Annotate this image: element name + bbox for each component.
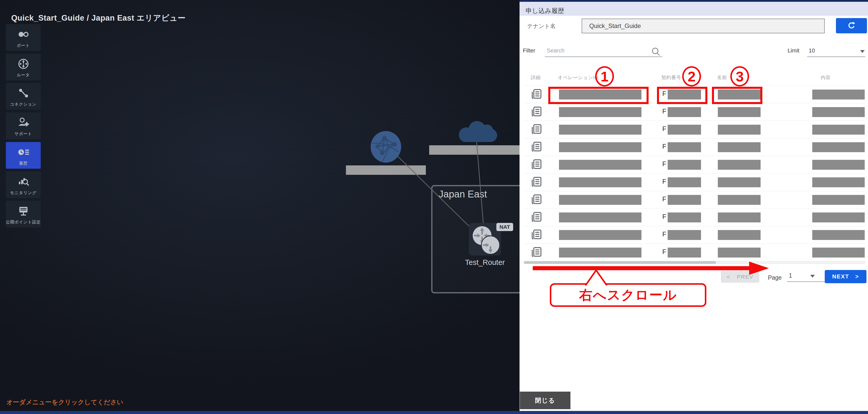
- limit-dropdown-arrow-icon[interactable]: [860, 50, 865, 53]
- limit-select[interactable]: 10: [809, 47, 815, 54]
- refresh-icon: [847, 21, 856, 30]
- application-history-panel: 申し込み履歴 テナント名 Filter Limit 10 詳細 オペレーションI…: [520, 0, 868, 411]
- redacted-contract-number: [668, 107, 701, 117]
- redacted-name: [718, 230, 761, 240]
- redacted-content: [812, 90, 865, 99]
- redacted-content: [812, 230, 865, 240]
- nat-badge: NAT: [496, 223, 513, 231]
- horizontal-scrollbar-thumb[interactable]: [524, 261, 716, 264]
- redacted-operation-id: [559, 230, 642, 240]
- order-menu-hint: オーダメニューをクリックしてください: [6, 398, 123, 406]
- filter-label: Filter: [523, 47, 535, 54]
- detail-icon[interactable]: [530, 176, 543, 188]
- redacted-operation-id: [559, 213, 642, 222]
- history-table-body: F F: [524, 86, 865, 261]
- table-row: F: [524, 244, 865, 261]
- router-label: Test_Router: [458, 258, 512, 267]
- detail-icon[interactable]: [530, 88, 543, 100]
- redacted-operation-id: [559, 248, 642, 257]
- redacted-name: [718, 213, 761, 222]
- prev-chevron-icon: <: [727, 274, 730, 280]
- cloud-icon[interactable]: [455, 115, 499, 142]
- table-row: F: [524, 209, 865, 226]
- redacted-name: [718, 90, 761, 99]
- internet-globe-icon[interactable]: [370, 131, 402, 163]
- contract-number-prefix: F: [662, 143, 666, 150]
- page-select[interactable]: 1: [789, 272, 792, 279]
- contract-number-prefix: F: [662, 178, 666, 185]
- contract-number-prefix: F: [662, 230, 666, 238]
- page-dropdown-arrow-icon[interactable]: [810, 275, 815, 278]
- redacted-content: [812, 177, 865, 187]
- redacted-content: [812, 160, 865, 170]
- panel-title: 申し込み履歴: [526, 7, 564, 15]
- redacted-content: [812, 248, 865, 257]
- redacted-contract-number: [668, 177, 701, 187]
- page-select-underline: [787, 281, 827, 282]
- redacted-name: [718, 125, 761, 135]
- next-button-label: NEXT: [832, 273, 849, 280]
- detail-icon[interactable]: [530, 159, 543, 171]
- redacted-name: [718, 177, 761, 187]
- horizontal-scrollbar[interactable]: [524, 261, 865, 264]
- redacted-contract-number: [668, 195, 701, 205]
- contract-number-prefix: F: [662, 108, 666, 115]
- redacted-contract-number: [668, 160, 701, 170]
- prev-page-button[interactable]: < PREV: [721, 271, 759, 283]
- col-header-detail: 詳細: [531, 74, 541, 81]
- contract-number-prefix: F: [662, 195, 666, 203]
- prev-button-label: PREV: [737, 274, 753, 280]
- redacted-content: [812, 107, 865, 117]
- detail-icon[interactable]: [530, 194, 543, 206]
- redacted-name: [718, 195, 761, 205]
- detail-icon[interactable]: [530, 123, 543, 136]
- redacted-operation-id: [559, 142, 642, 152]
- redacted-contract-number: [668, 230, 701, 240]
- network-map-canvas: Quick_Start_Guide / Japan East エリアビュー ポー…: [0, 0, 520, 411]
- redacted-content: [812, 125, 865, 135]
- table-row: F: [524, 121, 865, 138]
- next-chevron-icon: >: [855, 273, 859, 280]
- search-input[interactable]: [545, 45, 662, 57]
- table-row: F: [524, 103, 865, 121]
- next-page-button[interactable]: NEXT >: [825, 270, 866, 283]
- col-header-name: 名前: [717, 74, 727, 81]
- contract-number-prefix: F: [662, 90, 666, 97]
- limit-label: Limit: [787, 47, 799, 54]
- detail-icon[interactable]: [530, 211, 543, 223]
- contract-number-prefix: F: [662, 248, 666, 255]
- redacted-contract-number: [668, 90, 701, 99]
- detail-icon[interactable]: [530, 229, 543, 241]
- table-row: F: [524, 86, 865, 103]
- col-header-operation-id: オペレーションID: [558, 74, 598, 81]
- close-button-label: 閉じる: [535, 396, 555, 405]
- redacted-operation-id: [559, 160, 642, 170]
- redacted-contract-number: [668, 213, 701, 222]
- redacted-operation-id: [559, 125, 642, 135]
- panel-header: 申し込み履歴: [520, 2, 868, 15]
- tenant-name-label: テナント名: [527, 22, 556, 30]
- redacted-contract-number: [668, 125, 701, 135]
- refresh-button[interactable]: [836, 18, 867, 33]
- detail-icon[interactable]: [530, 141, 543, 153]
- close-button[interactable]: 閉じる: [520, 392, 570, 409]
- nat-badge-label: NAT: [499, 224, 510, 230]
- search-icon: [651, 47, 661, 57]
- table-row: F: [524, 156, 865, 173]
- detail-icon[interactable]: [530, 106, 543, 118]
- limit-select-underline: [807, 57, 865, 57]
- redacted-content: [812, 195, 865, 205]
- tenant-name-input[interactable]: [582, 19, 825, 33]
- detail-icon[interactable]: [530, 246, 543, 258]
- table-row: F: [524, 191, 865, 209]
- redacted-content: [812, 213, 865, 222]
- redacted-operation-id: [559, 177, 642, 187]
- redacted-content: [812, 142, 865, 152]
- contract-number-prefix: F: [662, 160, 666, 168]
- redacted-contract-number: [668, 248, 701, 257]
- col-header-contract-no: 契約番号: [661, 74, 681, 81]
- redacted-name: [718, 142, 761, 152]
- page-label: Page: [768, 274, 782, 281]
- panel-top-strip: [520, 0, 868, 2]
- contract-number-prefix: F: [662, 213, 666, 220]
